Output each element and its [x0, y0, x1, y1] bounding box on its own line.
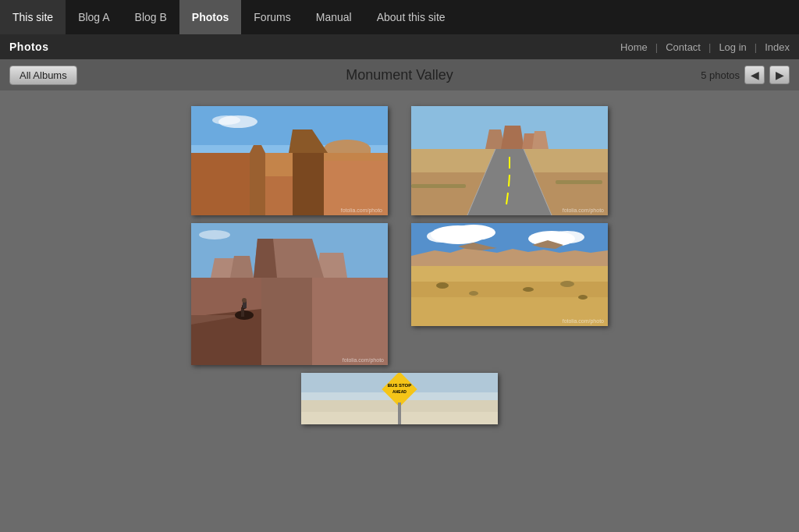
svg-rect-6: [191, 153, 254, 215]
svg-point-47: [199, 230, 230, 239]
svg-text:fotolia.com/photo: fotolia.com/photo: [563, 318, 604, 325]
section-title: Photos: [9, 41, 48, 53]
photo-count: 5 photos: [701, 69, 740, 81]
svg-point-63: [523, 287, 534, 292]
svg-rect-75: [398, 403, 401, 424]
svg-text:fotolia.com/photo: fotolia.com/photo: [563, 207, 604, 214]
nav-item-this-site[interactable]: This site: [0, 0, 66, 34]
next-arrow[interactable]: ▶: [769, 66, 790, 84]
top-navigation: This site Blog A Blog B Photos Forums Ma…: [0, 0, 799, 34]
photo-1[interactable]: fotolia.com/photo: [191, 106, 388, 215]
all-albums-button[interactable]: All Albums: [9, 66, 77, 85]
login-link[interactable]: Log in: [719, 41, 746, 53]
svg-text:BUS STOP: BUS STOP: [388, 383, 412, 388]
svg-marker-33: [230, 256, 254, 278]
nav-item-about[interactable]: About this site: [364, 0, 458, 34]
svg-point-61: [436, 282, 449, 289]
svg-point-54: [550, 231, 584, 243]
toolbar: All Albums Monument Valley 5 photos ◀ ▶: [0, 59, 799, 90]
photo-row-2: fotolia.com/photo: [31, 223, 768, 365]
photo-5[interactable]: BUS STOP AHEAD: [301, 373, 498, 424]
svg-rect-8: [293, 153, 324, 215]
svg-point-64: [560, 281, 574, 287]
nav-item-forums[interactable]: Forums: [241, 0, 303, 34]
svg-marker-17: [501, 126, 524, 149]
svg-rect-39: [312, 278, 388, 365]
sub-header-links: Home | Contact | Log in | Index: [620, 41, 790, 53]
separator-2: |: [708, 41, 711, 53]
separator-3: |: [755, 41, 757, 53]
photo-2[interactable]: fotolia.com/photo: [411, 106, 608, 215]
home-link[interactable]: Home: [620, 41, 648, 53]
svg-rect-36: [261, 278, 312, 365]
svg-point-13: [212, 115, 240, 125]
nav-item-manual[interactable]: Manual: [304, 0, 364, 34]
index-link[interactable]: Index: [765, 41, 790, 53]
prev-arrow[interactable]: ◀: [744, 66, 765, 84]
svg-marker-37: [254, 239, 277, 278]
nav-item-blog-b[interactable]: Blog B: [123, 0, 179, 34]
svg-point-62: [469, 291, 478, 296]
separator-1: |: [655, 41, 658, 53]
contact-link[interactable]: Contact: [666, 41, 701, 53]
svg-text:AHEAD: AHEAD: [392, 389, 407, 394]
photo-row-3: BUS STOP AHEAD: [31, 373, 768, 424]
svg-text:fotolia.com/photo: fotolia.com/photo: [341, 207, 382, 214]
svg-point-46: [242, 298, 247, 303]
nav-item-blog-a[interactable]: Blog A: [66, 0, 122, 34]
svg-point-52: [427, 230, 458, 243]
svg-line-24: [509, 175, 510, 186]
svg-rect-11: [250, 153, 265, 215]
svg-text:fotolia.com/photo: fotolia.com/photo: [343, 357, 384, 364]
photo-4[interactable]: fotolia.com/photo: [411, 223, 608, 326]
photo-grid: fotolia.com/photo: [0, 90, 799, 440]
svg-point-65: [578, 295, 588, 300]
svg-rect-28: [411, 184, 466, 188]
album-title: Monument Valley: [346, 67, 453, 83]
sub-header: Photos Home | Contact | Log in | Index: [0, 34, 799, 59]
photo-row-1: fotolia.com/photo: [31, 106, 768, 215]
svg-rect-29: [556, 180, 602, 184]
nav-item-photos[interactable]: Photos: [179, 0, 241, 34]
photo-3[interactable]: fotolia.com/photo: [191, 223, 388, 365]
svg-point-51: [452, 225, 495, 240]
photo-navigation: 5 photos ◀ ▶: [701, 66, 790, 84]
